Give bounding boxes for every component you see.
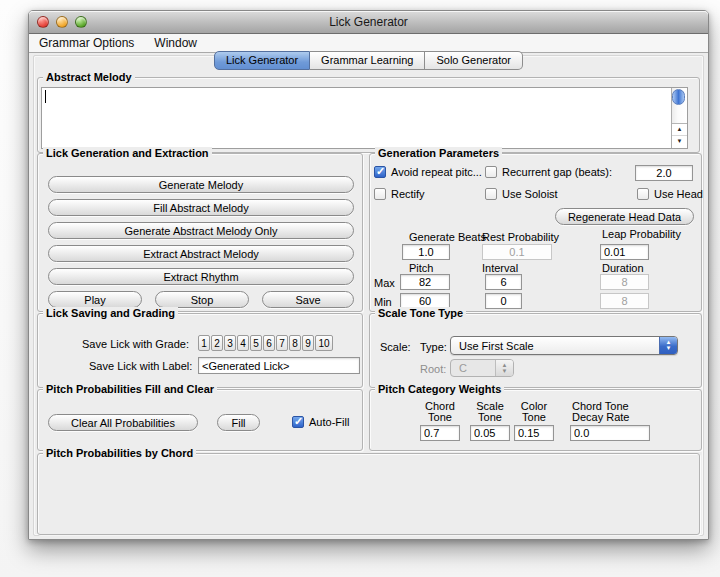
menu-window[interactable]: Window xyxy=(154,36,197,50)
recurrent-gap-label: Recurrent gap (beats): xyxy=(502,166,612,178)
color-tone-input[interactable] xyxy=(514,425,554,441)
scale-type-value: Use First Scale xyxy=(451,340,659,352)
app-window: Lick Generator Grammar Options Window Li… xyxy=(28,10,709,540)
use-head-label: Use Head xyxy=(654,188,703,200)
recurrent-gap-checkbox[interactable] xyxy=(485,166,497,178)
tab-lick-generator[interactable]: Lick Generator xyxy=(214,51,310,70)
interval-column-label: Interval xyxy=(482,262,518,274)
pitch-by-chord-group: Pitch Probabilities by Chord xyxy=(37,453,700,535)
generate-melody-button[interactable]: Generate Melody xyxy=(48,176,354,193)
dropdown-stepper-disabled-icon: ▲▼ xyxy=(495,360,513,376)
play-button[interactable]: Play xyxy=(48,291,142,308)
lick-generation-group: Lick Generation and Extraction Generate … xyxy=(37,153,363,312)
scale-root-dropdown[interactable]: C ▲▼ xyxy=(450,359,514,377)
tab-solo-generator[interactable]: Solo Generator xyxy=(425,51,523,70)
chord-tone-input[interactable] xyxy=(420,425,460,441)
extract-abstract-melody-button[interactable]: Extract Abstract Melody xyxy=(48,245,354,262)
leap-probability-label: Leap Probability xyxy=(602,228,681,240)
scale-label: Scale: xyxy=(380,341,411,353)
recurrent-gap-input[interactable] xyxy=(635,165,693,181)
scale-tone-title: Scale Tone Type xyxy=(375,307,466,319)
decay-rate-label-2: Decay Rate xyxy=(572,411,629,423)
scale-root-value: C xyxy=(451,362,495,374)
auto-fill-label: Auto-Fill xyxy=(309,416,349,428)
pitch-fill-clear-group: Pitch Probabilities Fill and Clear Clear… xyxy=(37,389,363,451)
fill-abstract-melody-button[interactable]: Fill Abstract Melody xyxy=(48,199,354,216)
scrollbar-arrows: ▲ ▼ xyxy=(672,123,687,148)
abstract-melody-textarea[interactable]: ▲ ▼ xyxy=(41,87,688,149)
min-interval-input[interactable] xyxy=(485,293,522,309)
pitch-weights-title: Pitch Category Weights xyxy=(375,383,504,395)
generation-parameters-title: Generation Parameters xyxy=(375,147,502,159)
decay-rate-input[interactable] xyxy=(570,425,650,441)
save-button[interactable]: Save xyxy=(262,291,354,308)
use-soloist-checkbox[interactable] xyxy=(485,188,497,200)
window-title: Lick Generator xyxy=(29,11,708,33)
generate-abstract-melody-only-button[interactable]: Generate Abstract Melody Only xyxy=(48,222,354,239)
vertical-scrollbar[interactable]: ▲ ▼ xyxy=(671,88,687,148)
pitch-by-chord-title: Pitch Probabilities by Chord xyxy=(43,447,196,459)
max-pitch-input[interactable] xyxy=(400,274,450,290)
tab-grammar-learning[interactable]: Grammar Learning xyxy=(310,51,425,70)
scroll-up-icon[interactable]: ▲ xyxy=(672,124,687,135)
grade-6-button[interactable]: 6 xyxy=(263,335,275,351)
rectify-label: Rectify xyxy=(391,188,425,200)
grade-8-button[interactable]: 8 xyxy=(289,335,301,351)
fill-button[interactable]: Fill xyxy=(217,414,260,431)
lick-generation-title: Lick Generation and Extraction xyxy=(43,147,212,159)
avoid-repeat-label: Avoid repeat pitc... xyxy=(391,166,482,178)
auto-fill-checkbox[interactable] xyxy=(292,416,304,428)
title-bar[interactable]: Lick Generator xyxy=(29,11,708,34)
abstract-melody-group: Abstract Melody ▲ ▼ xyxy=(37,77,700,153)
lick-saving-group: Lick Saving and Grading Save Lick with G… xyxy=(37,313,363,388)
pitch-weights-group: Pitch Category Weights Chord Tone Scale … xyxy=(369,389,702,451)
use-soloist-label: Use Soloist xyxy=(502,188,558,200)
scroll-down-icon[interactable]: ▼ xyxy=(672,135,687,147)
scale-tone-input[interactable] xyxy=(470,425,510,441)
menu-grammar-options[interactable]: Grammar Options xyxy=(39,36,134,50)
root-label: Root: xyxy=(420,363,446,375)
avoid-repeat-checkbox[interactable] xyxy=(374,166,386,178)
extract-rhythm-button[interactable]: Extract Rhythm xyxy=(48,268,354,285)
color-tone-label-2: Tone xyxy=(504,411,564,423)
text-caret xyxy=(45,90,46,103)
generate-beats-label: Generate Beats xyxy=(409,231,486,243)
grade-3-button[interactable]: 3 xyxy=(224,335,236,351)
generate-beats-input[interactable] xyxy=(402,244,450,260)
grade-1-button[interactable]: 1 xyxy=(198,335,210,351)
scale-type-dropdown[interactable]: Use First Scale ▲▼ xyxy=(450,336,678,355)
use-head-checkbox[interactable] xyxy=(637,188,649,200)
grade-9-button[interactable]: 9 xyxy=(302,335,314,351)
save-grade-label: Save Lick with Grade: xyxy=(82,338,189,350)
tab-bar: Lick Generator Grammar Learning Solo Gen… xyxy=(29,51,708,70)
grade-5-button[interactable]: 5 xyxy=(250,335,262,351)
grade-4-button[interactable]: 4 xyxy=(237,335,249,351)
grade-10-button[interactable]: 10 xyxy=(315,335,333,351)
grade-buttons: 1 2 3 4 5 6 7 8 9 10 xyxy=(198,335,333,351)
clear-all-probabilities-button[interactable]: Clear All Probabilities xyxy=(48,414,198,431)
regenerate-head-data-button[interactable]: Regenerate Head Data xyxy=(555,208,694,225)
scrollbar-thumb[interactable] xyxy=(672,89,685,105)
lick-saving-title: Lick Saving and Grading xyxy=(43,307,178,319)
dropdown-stepper-icon: ▲▼ xyxy=(659,337,677,354)
rest-probability-input[interactable] xyxy=(482,244,552,260)
rest-probability-label: Rest Probability xyxy=(482,231,559,243)
scale-tone-group: Scale Tone Type Scale: Type: Use First S… xyxy=(369,313,702,388)
type-label: Type: xyxy=(420,341,447,353)
save-label-input[interactable] xyxy=(198,357,360,374)
pitch-column-label: Pitch xyxy=(409,262,433,274)
min-duration-input[interactable] xyxy=(600,293,649,309)
leap-probability-input[interactable] xyxy=(600,244,649,260)
duration-column-label: Duration xyxy=(602,262,644,274)
max-row-label: Max xyxy=(374,277,395,289)
rectify-checkbox[interactable] xyxy=(374,188,386,200)
pitch-fill-clear-title: Pitch Probabilities Fill and Clear xyxy=(43,383,217,395)
max-interval-input[interactable] xyxy=(485,274,522,290)
stop-button[interactable]: Stop xyxy=(155,291,249,308)
max-duration-input[interactable] xyxy=(600,274,649,290)
save-label-label: Save Lick with Label: xyxy=(89,360,192,372)
generation-parameters-group: Generation Parameters Avoid repeat pitc.… xyxy=(369,153,702,312)
abstract-melody-title: Abstract Melody xyxy=(43,71,135,83)
grade-7-button[interactable]: 7 xyxy=(276,335,288,351)
grade-2-button[interactable]: 2 xyxy=(211,335,223,351)
